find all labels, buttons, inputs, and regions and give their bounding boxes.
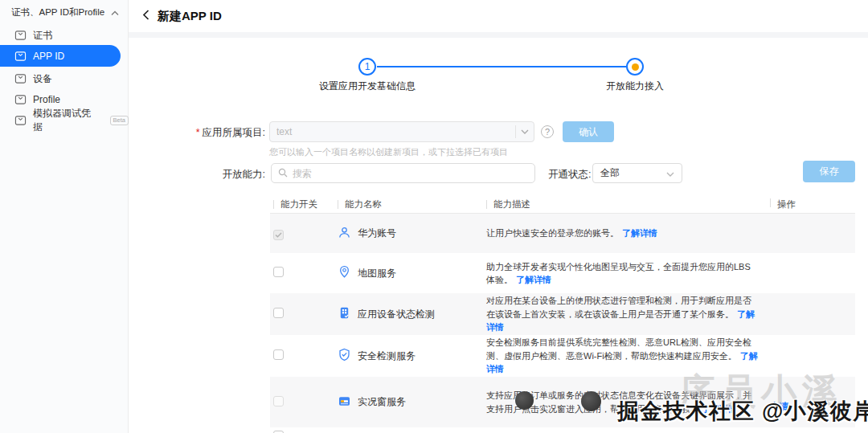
save-button[interactable]: 保存 xyxy=(803,161,855,182)
sidebar-item-certificate[interactable]: 证书 xyxy=(0,26,129,45)
credential-card-icon xyxy=(14,115,27,126)
column-header-name: 能力名称 xyxy=(338,198,486,210)
capability-checkbox[interactable] xyxy=(273,349,284,360)
sidebar-header[interactable]: 证书、APP ID和Profile xyxy=(11,6,119,18)
step-1-circle: 1 xyxy=(358,58,376,76)
apply-link[interactable]: 申请 xyxy=(770,401,788,413)
table-row: 安全检测服务 安全检测服务目前提供系统完整性检测、恶意URL检测、应用安全检测、… xyxy=(270,335,855,377)
sidebar-header-label: 证书、APP ID和Profile xyxy=(11,6,104,18)
credential-card-icon xyxy=(14,94,27,105)
search-input[interactable] xyxy=(293,168,528,179)
status-select[interactable]: 全部 xyxy=(592,163,682,183)
service-name: 实况窗服务 xyxy=(358,395,406,409)
capability-table: 能力开关 能力名称 能力描述 操作 华为账号 让用户快速安全的登录您的账号。了解… xyxy=(270,195,855,427)
table-row: 应用设备状态检测 对应用在某台设备上的使用状态进行管理和检测，用于判断应用是否在… xyxy=(270,293,855,335)
table-row: 实况窗服务 支持应用将订单或服务的实时状态信息变化在设备关键界面展示，并支持用户… xyxy=(270,377,855,427)
sidebar-item-label: 设备 xyxy=(33,72,52,86)
account-icon xyxy=(338,226,351,242)
project-help-text: 您可以输入一个项目名称以创建新项目，或下拉选择已有项目 xyxy=(269,146,508,158)
column-header-action: 操作 xyxy=(764,198,855,210)
service-name: 华为账号 xyxy=(358,227,396,240)
capability-checkbox-checked[interactable] xyxy=(273,230,284,240)
credential-card-icon xyxy=(14,51,27,62)
sidebar-item-appid[interactable]: APP ID xyxy=(0,45,121,67)
step-2-current-dot xyxy=(632,63,639,71)
capability-label: 开放能力: xyxy=(177,168,265,182)
column-header-desc: 能力描述 xyxy=(486,198,764,210)
map-pin-icon xyxy=(338,265,351,281)
table-header-row: 能力开关 能力名称 能力描述 操作 xyxy=(270,195,855,214)
status-select-value: 全部 xyxy=(600,166,620,180)
column-divider xyxy=(770,198,771,207)
service-desc: 安全检测服务目前提供系统完整性检测、恶意URL检测、应用安全检测、虚假用户检测、… xyxy=(486,337,751,361)
learn-more-link[interactable]: 了解详情 xyxy=(516,275,551,284)
sidebar-item-label: APP ID xyxy=(33,51,64,62)
beta-badge: Beta xyxy=(110,116,129,125)
shield-check-icon xyxy=(338,348,351,364)
column-divider xyxy=(486,200,487,209)
credential-card-icon xyxy=(14,30,27,41)
service-desc: 对应用在某台设备上的使用状态进行管理和检测，用于判断应用是否在该设备上首次安装，… xyxy=(486,296,751,319)
service-desc: 让用户快速安全的登录您的账号。 xyxy=(486,228,619,238)
status-label: 开通状态: xyxy=(548,168,592,182)
capability-checkbox-disabled[interactable] xyxy=(273,396,284,406)
capability-search[interactable] xyxy=(271,163,535,183)
capability-checkbox[interactable] xyxy=(273,308,284,318)
sidebar-item-emulator-credentials[interactable]: 模拟器调试凭据 Beta xyxy=(0,111,129,130)
question-mark-icon[interactable]: ? xyxy=(541,125,554,138)
table-row: 华为账号 让用户快速安全的登录您的账号。了解详情 xyxy=(270,214,855,253)
service-name: 应用设备状态检测 xyxy=(358,308,435,321)
required-asterisk: * xyxy=(196,127,200,138)
learn-more-link[interactable]: 了解详情 xyxy=(622,228,657,238)
table-row: 地图服务 助力全球开发者实现个性化地图呈现与交互，全面提升您应用的LBS 体验。… xyxy=(270,253,855,293)
back-chevron-icon[interactable] xyxy=(141,9,150,24)
column-divider xyxy=(273,200,274,209)
page-title: 新建APP ID xyxy=(158,9,222,24)
capability-checkbox[interactable] xyxy=(273,267,284,277)
sidebar-item-device[interactable]: 设备 xyxy=(0,69,129,88)
device-status-icon xyxy=(338,306,351,322)
step-1-number: 1 xyxy=(365,61,371,72)
column-header-switch: 能力开关 xyxy=(270,198,338,210)
credential-card-icon xyxy=(14,73,27,84)
step-1-label: 设置应用开发基础信息 xyxy=(295,80,440,93)
step-connector xyxy=(377,66,626,67)
sidebar-item-label: 证书 xyxy=(33,29,52,43)
app-window: 证书、APP ID和Profile 证书 APP ID 设备 xyxy=(0,0,868,433)
project-label: *应用所属项目: xyxy=(145,126,265,140)
service-name: 地图服务 xyxy=(358,267,396,280)
search-icon xyxy=(278,166,288,181)
chevron-up-icon[interactable] xyxy=(111,8,119,18)
sidebar-item-label: 模拟器调试凭据 xyxy=(33,107,100,134)
learn-more-link[interactable]: 了解详情 xyxy=(702,404,737,414)
page-header: 新建APP ID xyxy=(129,0,868,32)
chevron-down-icon xyxy=(666,168,674,179)
step-2-circle xyxy=(626,58,644,76)
header-divider xyxy=(129,32,868,38)
sidebar: 证书、APP ID和Profile 证书 APP ID 设备 xyxy=(0,0,129,433)
live-window-icon xyxy=(338,394,351,411)
sidebar-item-label: Profile xyxy=(33,94,60,105)
confirm-button[interactable]: 确认 xyxy=(563,121,614,142)
chevron-down-icon[interactable] xyxy=(516,129,534,134)
step-2-label: 开放能力接入 xyxy=(563,80,707,93)
column-divider xyxy=(338,200,338,209)
project-input-field[interactable] xyxy=(270,126,515,137)
service-name: 安全检测服务 xyxy=(358,349,416,363)
project-select-input[interactable] xyxy=(269,121,534,142)
main-area: 新建APP ID 1 设置应用开发基础信息 开放能力接入 *应用所属项目: ? … xyxy=(129,0,868,433)
